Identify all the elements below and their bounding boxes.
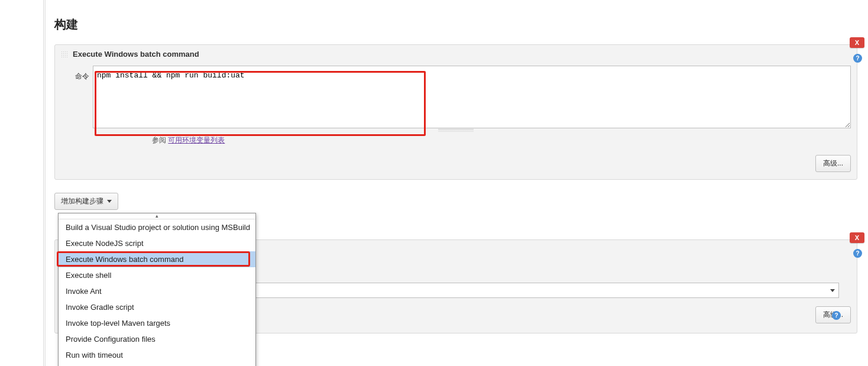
dropdown-item[interactable]: Execute Windows batch command xyxy=(59,251,255,267)
dropdown-item[interactable]: Invoke top-level Maven targets xyxy=(59,315,255,331)
dropdown-item[interactable]: Invoke Gradle script xyxy=(59,299,255,315)
add-build-step-label: 增加构建步骤 xyxy=(61,196,103,206)
drag-handle-icon[interactable] xyxy=(61,51,68,58)
dropdown-item[interactable]: Execute NodeJS script xyxy=(59,235,255,251)
build-step-title: Execute Windows batch command xyxy=(73,50,199,59)
caret-down-icon xyxy=(830,289,835,292)
resize-handle-icon[interactable] xyxy=(438,129,474,132)
command-row: 命令 xyxy=(55,63,857,132)
hint-prefix: 参阅 xyxy=(152,136,168,144)
advanced-row: 高级... xyxy=(55,149,857,179)
dropdown-items: Build a Visual Studio project or solutio… xyxy=(59,219,255,366)
delete-step-button[interactable]: X xyxy=(850,232,864,243)
help-icon[interactable]: ? xyxy=(832,311,841,320)
hint-row: 参阅 可用环境变量列表 xyxy=(55,132,857,149)
section-title: 构建 xyxy=(54,17,868,33)
command-textarea[interactable] xyxy=(93,66,851,128)
dropdown-item[interactable]: Provide Configuration files xyxy=(59,331,255,347)
left-gutter xyxy=(43,0,46,366)
caret-down-icon xyxy=(107,200,112,203)
help-icon[interactable]: ? xyxy=(853,249,862,258)
build-step-execute-windows-batch: X ? Execute Windows batch command 命令 参阅 … xyxy=(54,44,857,180)
dropdown-item[interactable]: Run with timeout xyxy=(59,347,255,363)
dropdown-item[interactable]: Invoke Ant xyxy=(59,283,255,299)
dropdown-scroll-up-icon[interactable]: ▴ xyxy=(59,213,255,219)
advanced-button[interactable]: 高级... xyxy=(815,155,851,172)
dropdown-item[interactable]: Send files or execute commands over SSH xyxy=(59,363,255,366)
env-vars-link[interactable]: 可用环境变量列表 xyxy=(168,136,225,144)
build-step-header: Execute Windows batch command xyxy=(55,45,857,63)
dropdown-item[interactable]: Build a Visual Studio project or solutio… xyxy=(59,219,255,235)
dropdown-item[interactable]: Execute shell xyxy=(59,267,255,283)
add-step-dropdown: ▴ Build a Visual Studio project or solut… xyxy=(58,213,256,366)
help-icon[interactable]: ? xyxy=(853,54,862,63)
delete-step-button[interactable]: X xyxy=(850,37,864,48)
page: 构建 X ? Execute Windows batch command 命令 … xyxy=(0,0,868,366)
add-step-wrap: 增加构建步骤 xyxy=(54,193,868,210)
add-build-step-button[interactable]: 增加构建步骤 xyxy=(54,193,118,210)
command-label: 命令 xyxy=(61,66,93,82)
